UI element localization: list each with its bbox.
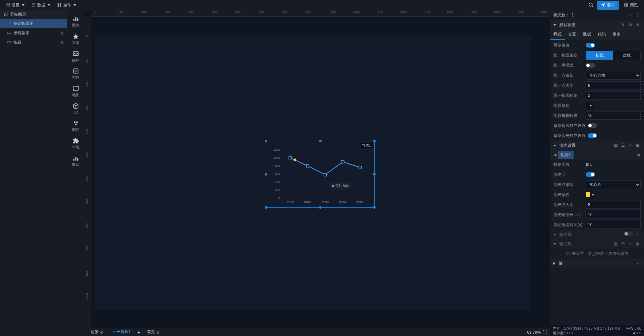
layer-item-button-copy[interactable]: 按钮副本 ◐	[0, 28, 67, 38]
resize-handle[interactable]	[319, 140, 322, 142]
svg-point-24	[74, 121, 75, 123]
comp-chart[interactable]: 图表	[68, 13, 84, 30]
resize-handle[interactable]	[265, 173, 267, 176]
input-shadow-blur[interactable]	[586, 112, 641, 120]
tab-subboard[interactable]: ▭子看板1	[108, 328, 134, 336]
menu-data[interactable]: 数据	[29, 1, 53, 9]
svg-rect-5	[58, 5, 59, 7]
resize-handle[interactable]	[265, 206, 267, 209]
tab-style[interactable]: 样式	[550, 29, 565, 40]
default-state-header[interactable]: 默认状态 ✎⧉✕	[550, 20, 644, 29]
publish-label: 发布	[607, 2, 615, 8]
fit-icon[interactable]: ⛶	[543, 330, 547, 335]
layer-item-linechart[interactable]: 基础折线图	[0, 19, 67, 28]
svg-rect-9	[624, 3, 626, 5]
resize-handle[interactable]	[265, 140, 267, 142]
auxline-header-2[interactable]: 辅助线 ▦☰+🗑	[550, 239, 644, 249]
close-icon[interactable]: ✕	[635, 22, 641, 28]
canvas-area: 0100200300400500600700800900100011001200…	[85, 10, 550, 336]
svg-point-26	[75, 123, 77, 125]
config-prev[interactable]: ◀	[552, 152, 558, 157]
edit-icon[interactable]: ✎	[620, 22, 626, 28]
add-tab-button[interactable]: +	[136, 330, 142, 335]
resize-handle[interactable]	[319, 206, 322, 209]
toggle-padding[interactable]	[586, 43, 595, 48]
tab-background[interactable]: 背景⊕	[144, 328, 163, 336]
svg-rect-16	[75, 17, 76, 21]
tab-data[interactable]: 数据	[580, 29, 594, 40]
shadow-color-picker[interactable]	[586, 102, 594, 109]
comp-text[interactable]: 文本	[68, 30, 84, 48]
seg-line-shape[interactable]: 折线 虚线	[586, 51, 641, 60]
resize-handle[interactable]	[373, 173, 376, 176]
add-state-icon[interactable]: +	[627, 12, 633, 18]
more-icon[interactable]: ⋮	[635, 12, 641, 18]
input-line-width[interactable]	[586, 91, 641, 99]
comp-local[interactable]: 本地	[68, 135, 84, 152]
toggle-per-line[interactable]	[588, 123, 597, 128]
add-icon[interactable]: +	[627, 241, 633, 247]
prop-shadow-color: 阴影颜色	[550, 100, 644, 111]
svg-rect-11	[624, 6, 626, 7]
config-tab-1[interactable]: 配置1	[558, 151, 574, 159]
config-next[interactable]: ▶	[636, 152, 642, 157]
menu-project[interactable]: 项目	[3, 1, 27, 9]
svg-line-8	[592, 6, 593, 7]
select-point-shape[interactable]: 空心方块	[586, 71, 641, 80]
auxline-header-1[interactable]: 辅助线 ⋮	[550, 230, 644, 239]
toggle-smooth[interactable]	[586, 63, 595, 68]
list-icon[interactable]: ☰	[620, 142, 626, 148]
selected-component[interactable]: 值1 0 200 400 600 800	[266, 141, 375, 208]
menu-ops[interactable]: 操作	[54, 1, 79, 9]
canvas[interactable]: 值1 0 200 400 600 800	[91, 17, 550, 328]
toggle-per-flow[interactable]	[588, 133, 597, 138]
visibility-icon[interactable]: ◐	[61, 30, 64, 35]
flow-color-picker[interactable]	[586, 191, 594, 198]
search-icon[interactable]	[586, 0, 596, 10]
resize-handle[interactable]	[373, 140, 376, 142]
layer-item-button[interactable]: 按钮 ◐	[0, 38, 67, 47]
comp-media[interactable]: 媒体	[68, 48, 84, 65]
axis-header[interactable]: 轴 ⋮	[550, 259, 644, 268]
select-flow-point-shape[interactable]: 实心圆	[586, 180, 641, 189]
delete-icon[interactable]: 🗑	[635, 241, 641, 247]
comp-kit[interactable]: 套件	[68, 117, 84, 135]
menu-project-label: 项目	[11, 2, 19, 8]
input-point-size[interactable]	[586, 81, 641, 89]
comp-map[interactable]: 地图	[68, 82, 84, 100]
flow-section-header[interactable]: 流光设置 ▦☰+🗑	[550, 141, 644, 150]
delete-icon[interactable]: 🗑	[635, 142, 641, 148]
svg-rect-14	[7, 41, 11, 43]
input-flow-time[interactable]	[586, 221, 641, 229]
component-strip: 图表 文本 媒体 控件 地图 3D 套件 本地 默认	[67, 10, 85, 336]
comp-control[interactable]: 控件	[68, 65, 84, 82]
copy-icon[interactable]: ⧉	[627, 22, 633, 28]
toggle-auxline[interactable]	[624, 231, 633, 236]
resize-handle[interactable]	[373, 206, 376, 209]
svg-point-25	[76, 121, 78, 123]
svg-text:0: 0	[278, 197, 280, 200]
tab-code[interactable]: 代码	[594, 29, 609, 40]
tab-more[interactable]: 更多	[609, 29, 624, 40]
visibility-icon[interactable]: ◐	[61, 40, 64, 45]
tab-foreground[interactable]: 前景⊕	[87, 328, 107, 336]
publish-button[interactable]: 发布	[597, 1, 619, 10]
zoom-control[interactable]: 69.79%⛶	[527, 330, 547, 335]
svg-point-7	[589, 3, 592, 6]
svg-rect-6	[60, 5, 61, 7]
tab-interact[interactable]: 交互	[565, 29, 580, 40]
svg-marker-23	[73, 86, 78, 91]
grid-icon[interactable]: ▦	[612, 142, 619, 148]
input-flow-point-size[interactable]	[586, 201, 641, 209]
comp-3d[interactable]: 3D	[68, 100, 84, 117]
menu-data-label: 数据	[37, 2, 45, 8]
grid-icon[interactable]: ▦	[612, 241, 619, 247]
more-icon[interactable]: ⋮	[635, 260, 641, 266]
more-icon[interactable]: ⋮	[635, 231, 641, 238]
comp-default[interactable]: 默认	[68, 152, 84, 170]
input-flow-tail[interactable]	[586, 211, 641, 219]
add-icon[interactable]: +	[627, 142, 633, 148]
preview-button[interactable]: 预览	[620, 1, 641, 10]
list-icon[interactable]: ☰	[620, 241, 626, 247]
toggle-flow[interactable]	[586, 172, 595, 177]
